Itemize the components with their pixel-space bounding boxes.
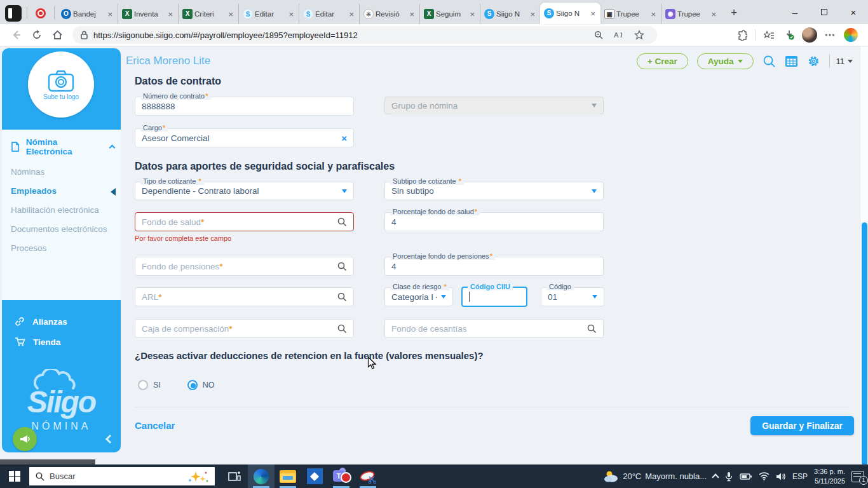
tab-close-icon[interactable]: × <box>408 10 416 19</box>
taskbar-app-explorer[interactable] <box>275 464 301 488</box>
codigo-select[interactable]: Código 01 <box>541 287 604 306</box>
back-icon[interactable] <box>8 27 25 43</box>
clock[interactable]: 3:36 p. m. 5/11/2025 <box>814 467 845 485</box>
gear-icon[interactable] <box>807 55 820 68</box>
numero-contrato-input[interactable] <box>142 102 347 111</box>
tipo-cotizante-select[interactable]: Tipo de cotizante * Dependiente - Contra… <box>135 182 354 200</box>
arl-field[interactable]: ARL* <box>135 287 354 306</box>
cargo-field[interactable]: Cargo* × <box>135 128 354 147</box>
pct-pensiones-field[interactable]: Porcentaje fondo de pensiones* <box>384 257 604 276</box>
scrollbar-thumb[interactable] <box>862 222 867 466</box>
tab-close-icon[interactable]: × <box>227 10 234 19</box>
taskbar-search[interactable]: Buscar <box>29 467 215 485</box>
tab-close-icon[interactable]: × <box>649 10 657 19</box>
vertical-scrollbar[interactable] <box>860 46 868 466</box>
radio-si[interactable]: SI <box>138 380 161 390</box>
fondo-pensiones-field[interactable]: Fondo de pensiones* <box>135 257 354 276</box>
pct-salud-input[interactable] <box>391 217 597 227</box>
sidebar-item-documentos[interactable]: Documentos electrónicos <box>2 220 121 239</box>
search-icon[interactable] <box>763 55 776 68</box>
pct-pensiones-input[interactable] <box>391 262 597 271</box>
browser-tab[interactable]: Editar× <box>299 4 359 24</box>
address-bar[interactable]: https://siigonube.siigo.com/#/payroll/em… <box>72 26 657 44</box>
taskbar-app-snip[interactable] <box>355 464 381 488</box>
browser-tab[interactable]: Siigo N× <box>540 3 600 24</box>
search-icon[interactable] <box>337 324 347 334</box>
clase-riesgo-select[interactable]: Clase de riesgo * Categoria I -... <box>384 287 453 306</box>
sidebar-item-alianzas[interactable]: Alianzas <box>2 311 121 332</box>
taskbar-app-edge[interactable] <box>248 464 275 488</box>
search-icon[interactable] <box>337 217 347 227</box>
sidebar-item-empleados[interactable]: Empleados <box>2 182 121 201</box>
volume-icon[interactable] <box>776 472 786 481</box>
grupo-nomina-select[interactable]: Grupo de nómina <box>384 97 604 114</box>
clear-icon[interactable]: × <box>341 133 347 144</box>
zoom-icon[interactable] <box>590 27 607 43</box>
copilot-icon[interactable] <box>844 28 858 42</box>
action-center-icon[interactable]: 1 <box>851 471 864 482</box>
announcements-button[interactable] <box>13 427 37 451</box>
tray-expand-icon[interactable] <box>712 473 719 480</box>
browser-tab[interactable]: Trupee× <box>600 4 661 24</box>
browser-tab[interactable]: Bandej× <box>57 4 118 24</box>
taskbar-app-devops[interactable] <box>301 464 328 488</box>
browser-tab[interactable]: Trupee× <box>661 4 721 24</box>
sidebar-item-tienda[interactable]: Tienda <box>2 332 121 352</box>
sidebar-item-procesos[interactable]: Procesos <box>2 239 121 258</box>
workspace-icon[interactable] <box>5 5 22 22</box>
weather-widget[interactable]: 20°C Mayorm. nubla... <box>604 470 707 483</box>
horizontal-scrollbar-thumb[interactable] <box>0 459 95 464</box>
caja-compensacion-field[interactable]: Caja de compensación* <box>135 319 354 338</box>
browser-tab[interactable]: Inventa× <box>118 4 178 24</box>
browser-tab[interactable]: Siigo N× <box>480 4 540 24</box>
tab-close-icon[interactable]: × <box>589 9 597 18</box>
radio-no[interactable]: NO <box>187 380 215 390</box>
sidebar-item-nóminas[interactable]: Nóminas <box>2 163 121 182</box>
minimize-button[interactable]: – <box>780 0 810 24</box>
search-icon[interactable] <box>337 292 347 302</box>
wifi-icon[interactable] <box>759 472 770 480</box>
microphone-icon[interactable] <box>724 471 733 482</box>
close-button[interactable]: × <box>839 0 868 24</box>
tab-close-icon[interactable]: × <box>166 10 174 19</box>
browser-tab[interactable]: Seguim× <box>419 4 480 24</box>
company-count[interactable]: 11 <box>829 54 853 68</box>
calendar-icon[interactable] <box>785 55 798 67</box>
pct-salud-field[interactable]: Porcentaje fondo de salud* <box>384 212 604 231</box>
search-icon[interactable] <box>337 262 347 271</box>
start-button[interactable] <box>0 464 29 488</box>
pinned-record-tab[interactable] <box>31 4 50 23</box>
favorite-star-icon[interactable] <box>631 27 648 43</box>
codigo-ciiu-field[interactable]: Código CIIU <box>461 287 527 307</box>
numero-contrato-field[interactable]: Número de contrato* <box>135 97 354 116</box>
profile-avatar[interactable] <box>802 27 817 43</box>
save-finalize-button[interactable]: Guardar y Finalizar <box>750 416 854 435</box>
browser-tab[interactable]: Editar× <box>238 4 299 24</box>
more-menu-icon[interactable] <box>822 27 838 43</box>
language-indicator[interactable]: ESP <box>792 472 808 481</box>
nav-header[interactable]: Nómina Electrónica <box>2 130 121 163</box>
ayuda-button[interactable]: Ayuda <box>697 53 754 69</box>
sidebar-item-habilitación[interactable]: Habilitación electrónica <box>2 201 121 220</box>
upload-logo-button[interactable]: Sube tu logo <box>28 51 94 118</box>
taskbar-app-teams[interactable]: T <box>328 464 355 488</box>
battery-icon[interactable] <box>740 473 752 480</box>
task-view-button[interactable] <box>221 464 248 488</box>
sidebar-collapse-icon[interactable] <box>105 435 114 444</box>
cargo-input[interactable] <box>142 133 341 143</box>
home-icon[interactable] <box>49 27 65 43</box>
downloads-icon[interactable] <box>781 27 797 43</box>
crear-button[interactable]: + Crear <box>637 53 688 69</box>
search-icon[interactable] <box>587 324 597 334</box>
tab-close-icon[interactable]: × <box>287 10 295 19</box>
extensions-icon[interactable] <box>733 27 750 43</box>
tab-close-icon[interactable]: × <box>468 10 476 19</box>
fondo-salud-field[interactable]: Fondo de salud* <box>135 212 354 231</box>
read-aloud-icon[interactable]: A <box>611 27 627 43</box>
cancel-link[interactable]: Cancelar <box>135 420 175 431</box>
fondo-cesantias-field[interactable]: Fondo de cesantías <box>384 319 604 338</box>
tab-close-icon[interactable]: × <box>348 10 355 19</box>
tab-close-icon[interactable]: × <box>106 10 114 19</box>
tab-close-icon[interactable]: × <box>529 10 536 19</box>
subtipo-cotizante-select[interactable]: Subtipo de cotizante * Sin subtipo <box>384 182 604 200</box>
